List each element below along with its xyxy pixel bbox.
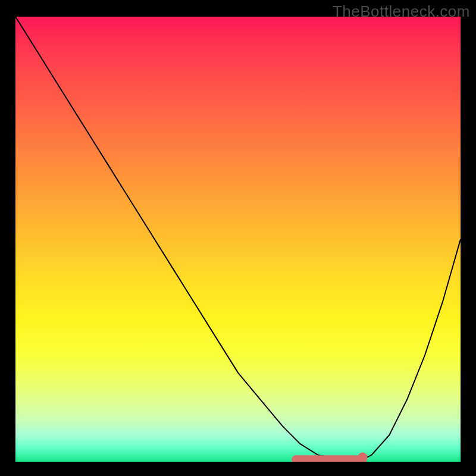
chart-svg xyxy=(15,17,461,462)
watermark-text: TheBottleneck.com xyxy=(333,2,470,21)
optimal-point-marker xyxy=(358,453,367,462)
bottleneck-curve xyxy=(15,17,461,461)
chart-plot-area xyxy=(15,17,461,462)
